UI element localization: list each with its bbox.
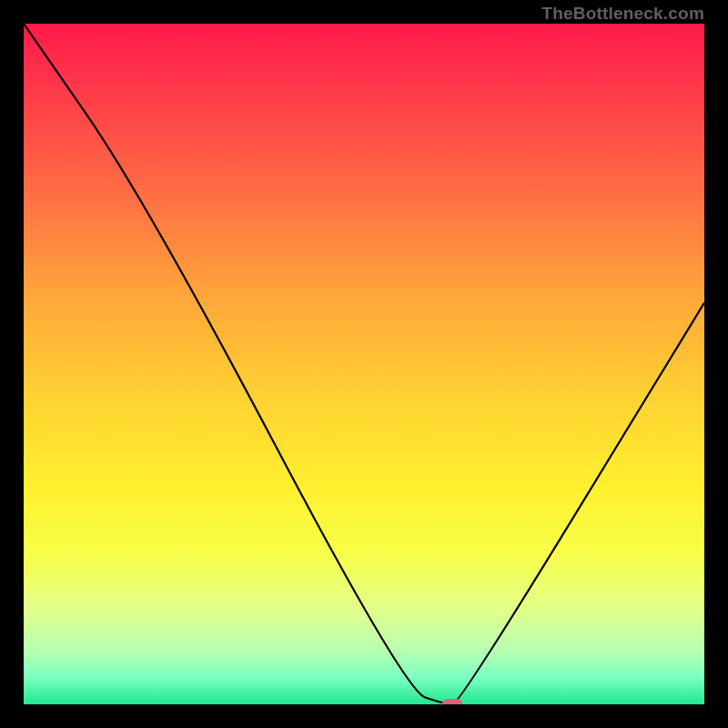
minimum-marker (442, 699, 462, 704)
plot-area (24, 24, 704, 704)
watermark-text: TheBottleneck.com (541, 4, 704, 24)
bottleneck-curve (24, 24, 704, 704)
chart-container: TheBottleneck.com (0, 0, 728, 728)
